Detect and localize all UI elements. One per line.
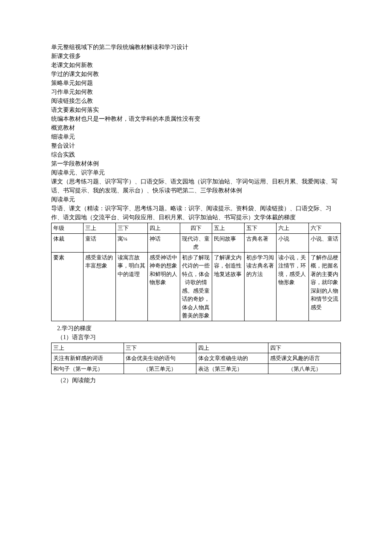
table-cell: 感受课文风趣的语言 bbox=[268, 353, 341, 364]
text-line: 新课文很多 bbox=[51, 52, 341, 61]
table-cell: 童话 bbox=[84, 233, 115, 252]
table-cell: 关注有新鲜感的词语 bbox=[52, 353, 124, 364]
table-cell: 表达（第三单元） bbox=[196, 363, 268, 374]
table-cell: 现代诗、童虎 bbox=[180, 233, 212, 252]
table-cell: 了解作品梗概，把握名著的主要内容，就印象深刻的人物和情节交流感受 bbox=[308, 252, 341, 321]
table-cell: 三上 bbox=[84, 223, 115, 234]
text-line: 整合设计 bbox=[51, 141, 341, 150]
table-cell: 了解课文内容，创造性地复述故事 bbox=[212, 252, 244, 321]
text-line: 阅读单元、识字单元 bbox=[51, 168, 341, 177]
text-line: 老课文如何新教 bbox=[51, 61, 341, 70]
table-cell: 小说 bbox=[277, 233, 308, 252]
table-cell: 感受神话中神奇的想象和鲜明的人物形象 bbox=[148, 252, 180, 321]
table-cell: （第八单元） bbox=[268, 363, 341, 374]
table-cell: 体会优美生动的语句 bbox=[124, 353, 196, 364]
table-cell: 初步学习阅读古典名著的方法 bbox=[244, 252, 276, 321]
text-line: 习作单元如何教 bbox=[51, 87, 341, 96]
table-cell: 三上 bbox=[52, 343, 124, 353]
table-cell: 感受童话的丰富想象 bbox=[84, 252, 115, 321]
table-row: 要素 感受童话的丰富想象 读寓言故事，明白其中的道理 感受神话中神奇的想象和鲜明… bbox=[52, 252, 341, 321]
table-row: 三上 三下 四上 四下 bbox=[52, 343, 341, 353]
table-cell: 五下 bbox=[244, 223, 276, 234]
text-line: 阅读单元 bbox=[51, 195, 341, 204]
table-cell: 三下 bbox=[115, 223, 147, 234]
text-line: 单元整组视域下的第二学段统编教材解读和学习设计 bbox=[51, 43, 341, 52]
section-heading: 2.学习的梯度 bbox=[51, 324, 341, 333]
text-line: 第一学段教材体例 bbox=[51, 159, 341, 168]
table-cell: 四上 bbox=[148, 223, 180, 234]
table-cell: 四下 bbox=[180, 223, 212, 234]
text-line: 导语、课文（精读：识字写字、思考练习题。略读：识字、阅读提示。资料袋、阅读链接）… bbox=[51, 204, 341, 222]
table-cell: 神话 bbox=[148, 233, 180, 252]
table-cell: 年级 bbox=[52, 223, 84, 234]
document-body: 单元整组视域下的第二学段统编教材解读和学习设计 新课文很多 老课文如何新教 学过… bbox=[51, 43, 341, 385]
text-line: 学过的课文如何教 bbox=[51, 70, 341, 78]
table-cell: 和句子（第一单元） bbox=[52, 363, 124, 374]
table-cell: 寓⅛ bbox=[115, 233, 147, 252]
table-cell: 五上 bbox=[212, 223, 244, 234]
table-cell: 六上 bbox=[277, 223, 308, 234]
subsection-heading: （1）语言学习 bbox=[51, 333, 341, 342]
table-cell: 三下 bbox=[124, 343, 196, 353]
table-cell: 四下 bbox=[268, 343, 341, 353]
text-line: 综合实践 bbox=[51, 150, 341, 159]
text-line: 细读单元 bbox=[51, 132, 341, 141]
text-line: 统编本教材也只是一种教材，语文学科的本质属性没有变 bbox=[51, 114, 341, 123]
table-cell: 体裁 bbox=[52, 233, 84, 252]
table-cell: 古典名著 bbox=[244, 233, 276, 252]
table-cell: 小说、童话 bbox=[308, 233, 341, 252]
table-row: 和句子（第一单元） （第三单元） 表达（第三单元） （第八单元） bbox=[52, 363, 341, 374]
text-line: 阅读链接怎么教 bbox=[51, 96, 341, 105]
table-cell: 读小说，关注情节，环境，感受人物形象 bbox=[277, 252, 308, 321]
table-cell: 民间故事 bbox=[212, 233, 244, 252]
language-learning-table: 三上 三下 四上 四下 关注有新鲜感的词语 体会优美生动的语句 体会文章准确生动… bbox=[51, 343, 341, 375]
text-line: 策略单元如何题 bbox=[51, 78, 341, 87]
table-cell: 初步了解现代诗的一些特点，体会诗歌的情感。感受童话的奇妙，体会人物真善美的形象 bbox=[180, 252, 212, 321]
subsection-heading: （2）阅读能力 bbox=[51, 376, 341, 385]
table-cell: 读寓言故事，明白其中的道理 bbox=[115, 252, 147, 321]
table-cell: 四上 bbox=[196, 343, 268, 353]
table-cell: 六下 bbox=[308, 223, 341, 234]
table-cell: （第三单元） bbox=[124, 363, 196, 374]
text-line: 语文要素如何落实 bbox=[51, 105, 341, 114]
table-row: 关注有新鲜感的词语 体会优美生动的语句 体会文章准确生动的 感受课文风趣的语言 bbox=[52, 353, 341, 364]
text-line: 概览教材 bbox=[51, 123, 341, 132]
table-row: 年级 三上 三下 四上 四下 五上 五下 六上 六下 bbox=[52, 223, 341, 234]
table-row: 体裁 童话 寓⅛ 神话 现代诗、童虎 民间故事 古典名著 小说 小说、童话 bbox=[52, 233, 341, 252]
genre-gradient-table: 年级 三上 三下 四上 四下 五上 五下 六上 六下 体裁 童话 寓⅛ 神话 现… bbox=[51, 223, 341, 321]
table-cell: 要素 bbox=[52, 252, 84, 321]
text-line: 课文（思考练习题、识字写字）、口语交际、语文园地（识字加油站、字词句运用、日积月… bbox=[51, 177, 341, 195]
table-cell: 体会文章准确生动的 bbox=[196, 353, 268, 364]
